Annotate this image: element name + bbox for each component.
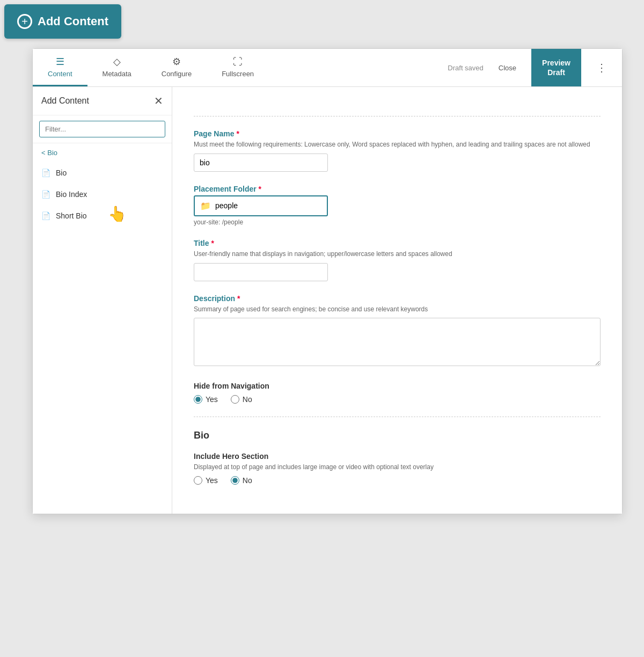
tab-configure-label: Configure (162, 70, 192, 78)
sidebar-item-short-bio-label: Short Bio (56, 211, 87, 220)
folder-icon: 📁 (200, 201, 211, 211)
include-hero-yes-radio[interactable] (194, 476, 202, 485)
metadata-icon: ◇ (113, 56, 121, 68)
description-group: Description * Summary of page used for s… (194, 294, 601, 369)
sidebar-item-bio-label: Bio (56, 169, 67, 177)
plus-icon: + (17, 14, 32, 29)
hide-nav-group: Hide from Navigation Yes No (194, 381, 601, 404)
description-label: Description * (194, 294, 601, 303)
description-textarea[interactable] (194, 318, 601, 366)
page-name-required: * (236, 129, 239, 138)
include-hero-yes-label[interactable]: Yes (194, 476, 218, 485)
page-name-group: Page Name * Must meet the following requ… (194, 129, 601, 172)
sidebar-title: Add Content (41, 96, 89, 106)
include-hero-no-text: No (243, 476, 252, 485)
hide-nav-yes-label[interactable]: Yes (194, 395, 218, 404)
more-options-button[interactable]: ⋮ (590, 49, 613, 86)
hide-nav-no-label[interactable]: No (231, 395, 252, 404)
bio-index-icon: 📄 (41, 190, 50, 199)
add-content-button[interactable]: + Add Content (4, 4, 121, 39)
content-icon: ☰ (56, 56, 64, 68)
placement-required: * (259, 185, 261, 193)
content-area: Page Name * Must meet the following requ… (172, 87, 622, 514)
bio-section: Bio Include Hero Section Displayed at to… (194, 430, 601, 485)
tab-fullscreen[interactable]: ⛶ Fullscreen (207, 49, 269, 86)
sidebar-item-bio-index[interactable]: 📄 Bio Index (33, 184, 172, 205)
short-bio-icon: 📄 (41, 211, 50, 220)
hide-nav-no-radio[interactable] (231, 395, 239, 404)
title-required: * (211, 239, 214, 247)
description-hint: Summary of page used for search engines;… (194, 305, 601, 314)
sidebar-item-bio-index-label: Bio Index (56, 190, 87, 199)
tab-content-label: Content (48, 70, 72, 78)
filter-input[interactable] (39, 121, 165, 137)
include-hero-radio-group: Yes No (194, 476, 601, 485)
title-group: Title * User-friendly name that displays… (194, 239, 601, 281)
include-hero-no-label[interactable]: No (231, 476, 252, 485)
title-hint: User-friendly name that displays in navi… (194, 250, 601, 259)
tab-content[interactable]: ☰ Content (33, 49, 87, 86)
top-divider (194, 116, 601, 116)
include-hero-no-radio[interactable] (231, 476, 239, 485)
bio-section-divider (194, 417, 601, 417)
title-label: Title * (194, 239, 601, 247)
page-name-label: Page Name * (194, 129, 601, 138)
description-required: * (237, 294, 240, 303)
hide-nav-radio-group: Yes No (194, 395, 601, 404)
draft-saved-text: Draft saved (448, 64, 483, 72)
sidebar-items-list: 📄 Bio 📄 Bio Index 📄 Short Bio (33, 162, 172, 227)
preview-draft-button[interactable]: PreviewDraft (531, 49, 581, 86)
tab-configure[interactable]: ⚙ Configure (147, 49, 207, 86)
tab-metadata[interactable]: ◇ Metadata (87, 49, 147, 86)
sidebar-item-bio[interactable]: 📄 Bio (33, 162, 172, 184)
hide-nav-yes-text: Yes (206, 395, 218, 404)
include-hero-yes-text: Yes (206, 476, 218, 485)
placement-folder-input[interactable]: 📁 people (194, 195, 328, 216)
tab-fullscreen-label: Fullscreen (222, 70, 254, 78)
bio-section-heading: Bio (194, 430, 601, 441)
sidebar-item-short-bio[interactable]: 📄 Short Bio (33, 205, 172, 227)
hide-nav-no-text: No (243, 395, 252, 404)
include-hero-hint: Displayed at top of page and includes la… (194, 463, 601, 472)
page-name-hint: Must meet the following requirements: Lo… (194, 140, 601, 149)
sidebar-header: Add Content ✕ (33, 87, 172, 115)
toolbar-tabs: ☰ Content ◇ Metadata ⚙ Configure ⛶ Fulls… (33, 49, 269, 86)
configure-icon: ⚙ (172, 56, 181, 68)
tab-metadata-label: Metadata (103, 70, 131, 78)
toolbar-actions: Draft saved Close PreviewDraft ⋮ (448, 49, 622, 86)
sidebar-filter-area (33, 115, 172, 143)
body-area: Add Content ✕ Bio 📄 Bio 📄 Bio Index 📄 Sh… (33, 87, 622, 514)
bio-icon: 📄 (41, 169, 50, 177)
title-input[interactable] (194, 263, 328, 281)
sidebar: Add Content ✕ Bio 📄 Bio 📄 Bio Index 📄 Sh… (33, 87, 172, 514)
sidebar-breadcrumb[interactable]: Bio (33, 143, 172, 162)
main-panel: ☰ Content ◇ Metadata ⚙ Configure ⛶ Fulls… (32, 48, 623, 514)
placement-folder-value: people (215, 201, 238, 210)
sidebar-close-button[interactable]: ✕ (154, 94, 163, 107)
add-content-label: Add Content (38, 14, 108, 28)
include-hero-group: Include Hero Section Displayed at top of… (194, 452, 601, 485)
hide-nav-yes-radio[interactable] (194, 395, 202, 404)
include-hero-label: Include Hero Section (194, 452, 601, 461)
toolbar: ☰ Content ◇ Metadata ⚙ Configure ⛶ Fulls… (33, 49, 622, 87)
page-name-input[interactable] (194, 154, 328, 172)
close-button[interactable]: Close (492, 61, 523, 75)
placement-folder-group: Placement Folder * 📁 people your-site: /… (194, 185, 601, 226)
hide-nav-label: Hide from Navigation (194, 382, 269, 390)
fullscreen-icon: ⛶ (233, 56, 243, 68)
placement-path: your-site: /people (194, 218, 601, 226)
placement-folder-label: Placement Folder * (194, 185, 601, 193)
